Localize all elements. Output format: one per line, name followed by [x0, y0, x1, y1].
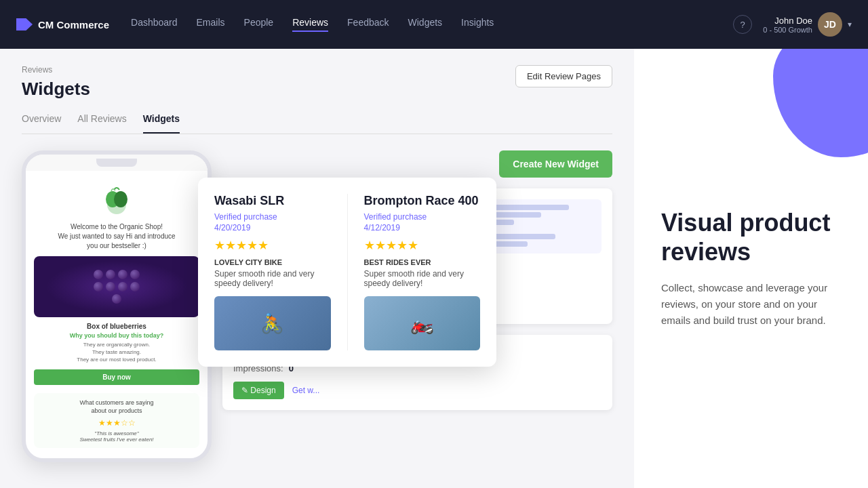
tab-widgets[interactable]: Widgets [143, 113, 180, 134]
phone-product-name: Box of blueberries [34, 323, 199, 330]
review-headline-1: LOVELY CITY BIKE [214, 258, 331, 266]
review-card-1: Wasabi SLR Verified purchase 4/20/2019 ★… [214, 194, 331, 350]
create-new-widget-button[interactable]: Create New Widget [499, 150, 612, 178]
nav-link-reviews[interactable]: Reviews [292, 17, 328, 32]
review-stars-1: ★★★★★ [214, 238, 331, 253]
phone-rating-stars: ★★★☆☆ [39, 418, 194, 428]
help-button[interactable]: ? [733, 15, 752, 34]
review-divider [347, 194, 348, 350]
purple-decoration [773, 49, 868, 157]
phone-reviews-section: What customers are sayingabout our produ… [34, 393, 199, 448]
design-button[interactable]: ✎ Design [233, 382, 284, 399]
review-text-1: Super smooth ride and very speedy delive… [214, 269, 331, 288]
phone-content: Welcome to the Organic Shop!We just want… [26, 171, 208, 456]
review-stars-2: ★★★★★ [364, 238, 481, 253]
user-info: John Doe 0 - 500 Growth [763, 16, 812, 34]
nav-link-feedback[interactable]: Feedback [347, 17, 389, 32]
review-image-1: 🚴 [214, 296, 331, 350]
phone-greeting: Welcome to the Organic Shop!We just want… [34, 222, 199, 251]
blueberry-dots [93, 270, 140, 304]
main-container: Reviews Widgets Edit Review Pages Overvi… [0, 49, 868, 488]
content-area: Reviews Widgets Edit Review Pages Overvi… [0, 49, 634, 488]
nav-link-widgets[interactable]: Widgets [408, 17, 443, 32]
review-photo-1: 🚴 [214, 296, 331, 350]
review-headline-2: BEST RIDES EVER [364, 258, 481, 266]
nav-logo[interactable]: CM Commerce [16, 18, 109, 30]
review-overlay: Wasabi SLR Verified purchase 4/20/2019 ★… [198, 178, 496, 367]
review-image-2: 🏍️ [364, 296, 481, 350]
phone-desc-1: They are organically grown. [34, 341, 199, 348]
review-card-2: Brompton Race 400 Verified purchase 4/12… [364, 194, 481, 350]
phone-product-image [34, 256, 199, 317]
nav-links: Dashboard Emails People Reviews Feedback… [131, 17, 733, 32]
user-name: John Doe [763, 16, 812, 26]
tabs-bar: Overview All Reviews Widgets [22, 113, 612, 134]
nav-link-dashboard[interactable]: Dashboard [131, 17, 178, 32]
avatar[interactable]: JD [818, 12, 842, 37]
phone-desc-3: They are our most loved product. [34, 356, 199, 363]
user-plan: 0 - 500 Growth [763, 26, 812, 34]
nav-logo-text: CM Commerce [38, 19, 109, 30]
phone-why: Why you should buy this today? [34, 332, 199, 339]
phone-reviews-title: What customers are sayingabout our produ… [39, 399, 194, 415]
cm-commerce-icon [16, 18, 33, 30]
review-date-1: 4/20/2019 [214, 223, 331, 232]
tab-all-reviews[interactable]: All Reviews [77, 113, 126, 134]
chevron-down-icon: ▾ [848, 20, 852, 29]
navbar: CM Commerce Dashboard Emails People Revi… [0, 0, 868, 49]
phone-desc-2: They taste amazing. [34, 348, 199, 356]
bottom-row: ✎ Design Get w... [233, 382, 601, 399]
panel-title: Visual product reviews [661, 208, 841, 266]
review-text-2: Super smooth ride and very speedy delive… [364, 269, 481, 288]
review-verified-2: Verified purchase [364, 212, 481, 222]
phone-review-quote: "This is awesome" [39, 430, 194, 436]
review-photo-2: 🏍️ [364, 296, 481, 350]
panel-description: Collect, showcase and leverage your revi… [661, 280, 841, 329]
get-widget-link[interactable]: Get w... [292, 386, 320, 395]
user-menu[interactable]: John Doe 0 - 500 Growth JD ▾ [763, 12, 852, 37]
right-panel: Visual product reviews Collect, showcase… [634, 49, 868, 488]
widgets-layout: Welcome to the Organic Shop!We just want… [22, 150, 612, 462]
edit-review-pages-button[interactable]: Edit Review Pages [515, 65, 612, 87]
phone-logo [100, 184, 133, 217]
review-product-name-2: Brompton Race 400 [364, 194, 481, 208]
svg-point-2 [114, 191, 127, 207]
phone-status-bar [26, 155, 208, 171]
phone-buy-button[interactable]: Buy now [34, 369, 199, 385]
phone-notch [96, 159, 137, 167]
blueberry-visual [34, 256, 199, 317]
nav-right: ? John Doe 0 - 500 Growth JD ▾ [733, 12, 852, 37]
nav-link-insights[interactable]: Insights [461, 17, 494, 32]
review-date-2: 4/12/2019 [364, 223, 481, 232]
review-verified-1: Verified purchase [214, 212, 331, 222]
phone-mockup: Welcome to the Organic Shop!We just want… [22, 150, 212, 462]
nav-link-emails[interactable]: Emails [197, 17, 225, 32]
tab-overview[interactable]: Overview [22, 113, 61, 134]
review-product-name-1: Wasabi SLR [214, 194, 331, 208]
phone-review-author: Sweetest fruits I've ever eaten! [39, 436, 194, 443]
nav-link-people[interactable]: People [244, 17, 274, 32]
